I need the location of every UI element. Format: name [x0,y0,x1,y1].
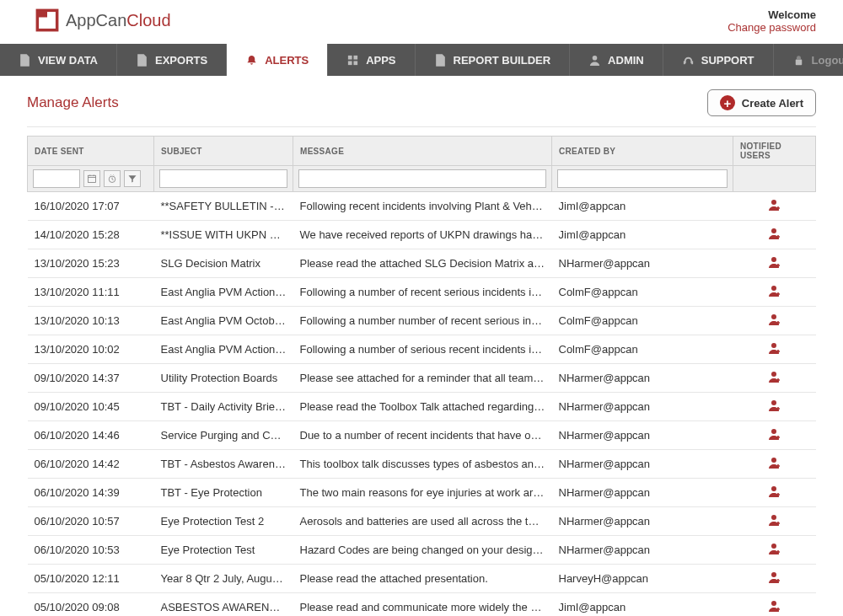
nav-view-data[interactable]: VIEW DATA [0,44,117,76]
nav-exports[interactable]: EXPORTS [117,44,227,76]
cell-message: Aerosols and batteries are used all acro… [293,507,552,536]
cell-date: 09/10/2020 10:45 [28,393,154,421]
grid-icon [346,54,359,67]
svg-rect-12 [89,175,96,182]
svg-rect-2 [348,55,352,59]
cell-subject: TBT - Asbestos Awareness [154,450,293,479]
notified-users-icon[interactable] [768,345,781,357]
cell-message: Following a number of serious recent inc… [293,335,552,364]
cell-subject: East Anglia PVM October … [154,307,293,335]
notified-users-icon[interactable] [768,201,781,214]
notified-users-icon[interactable] [768,488,781,501]
plus-icon: + [720,95,735,110]
table-row[interactable]: 16/10/2020 17:07**SAFETY BULLETIN - P…Fo… [28,192,816,221]
nav-admin[interactable]: ADMIN [570,44,663,76]
cell-message: Please read the attached SLG Decision Ma… [293,249,552,278]
notified-users-icon[interactable] [768,259,781,271]
svg-rect-7 [440,58,442,63]
svg-rect-1 [37,10,47,17]
notified-users-icon[interactable] [768,459,781,472]
cell-subject: East Anglia PVM Action Plan [154,278,293,307]
table-row[interactable]: 13/10/2020 10:13East Anglia PVM October … [28,307,816,335]
table-row[interactable]: 06/10/2020 14:39TBT - Eye ProtectionThe … [28,479,816,507]
notified-users-icon[interactable] [768,230,781,243]
nav-label: REPORT BUILDER [454,54,551,67]
nav-report-builder[interactable]: REPORT BUILDER [416,44,571,76]
table-row[interactable]: 06/10/2020 10:57Eye Protection Test 2Aer… [28,507,816,536]
cell-created-by: ColmF@appcan [552,335,733,364]
svg-point-22 [771,429,776,434]
nav-apps[interactable]: APPS [328,44,415,76]
clock-icon[interactable] [104,170,121,187]
notified-users-icon[interactable] [768,431,781,443]
table-row[interactable]: 06/10/2020 10:53Eye Protection TestHazar… [28,536,816,565]
table-row[interactable]: 09/10/2020 14:37Utility Protection Board… [28,364,816,393]
report-icon [434,54,447,67]
table-row[interactable]: 05/10/2020 09:08ASBESTOS AWARENES…Please… [28,593,816,617]
svg-point-26 [771,544,776,549]
col-message[interactable]: MESSAGE [293,137,552,166]
col-subject[interactable]: SUBJECT [154,137,293,166]
welcome-text: Welcome [728,8,816,21]
table-row[interactable]: 14/10/2020 15:28**ISSUE WITH UKPN EL…We … [28,221,816,249]
col-notified-users[interactable]: NOTIFIED USERS [733,137,816,166]
cell-created-by: HarveyH@appcan [552,565,733,593]
notified-users-icon[interactable] [768,316,781,329]
nav-label: ADMIN [608,54,644,67]
cell-message: Due to a number of recent incidents that… [293,421,552,450]
notified-users-icon[interactable] [768,402,781,415]
main-nav: VIEW DATA EXPORTS ALERTS APPS REPORT BUI… [0,44,843,76]
cell-subject: SLG Decision Matrix [154,249,293,278]
svg-rect-6 [438,60,439,63]
cell-message: Hazard Codes are being changed on your d… [293,536,552,565]
table-row[interactable]: 13/10/2020 15:23SLG Decision MatrixPleas… [28,249,816,278]
filter-icon[interactable] [124,170,141,187]
col-date-sent[interactable]: DATE SENT [28,137,154,166]
nav-alerts[interactable]: ALERTS [227,44,328,76]
svg-rect-9 [684,61,685,64]
table-row[interactable]: 06/10/2020 14:42TBT - Asbestos Awareness… [28,450,816,479]
cell-created-by: JimI@appcan [552,221,733,249]
svg-point-15 [771,228,776,233]
table-row[interactable]: 13/10/2020 10:02East Anglia PVM Action P… [28,335,816,364]
notified-users-icon[interactable] [768,373,781,386]
table-row[interactable]: 06/10/2020 14:46Service Purging and Com…… [28,421,816,450]
table-row[interactable]: 05/10/2020 12:11Year 8 Qtr 2 July, Augus… [28,565,816,593]
button-label: Create Alert [742,97,803,110]
cell-date: 13/10/2020 15:23 [28,249,154,278]
filter-createdby-input[interactable] [557,169,728,188]
notified-users-icon[interactable] [768,287,781,300]
svg-point-16 [771,257,776,262]
filter-message-input[interactable] [298,169,546,188]
cell-date: 14/10/2020 15:28 [28,221,154,249]
cell-message: This toolbox talk discusses types of asb… [293,450,552,479]
change-password-link[interactable]: Change password [728,21,816,34]
cell-subject: Utility Protection Boards [154,364,293,393]
cell-date: 09/10/2020 14:37 [28,364,154,393]
nav-label: ALERTS [265,54,309,67]
svg-point-14 [771,200,776,205]
cell-message: Please read the attached presentation. [293,565,552,593]
notified-users-icon[interactable] [768,517,781,529]
filter-subject-input[interactable] [159,169,287,188]
cell-subject: ASBESTOS AWARENES… [154,593,293,617]
notified-users-icon[interactable] [768,574,781,587]
cell-date: 06/10/2020 10:53 [28,536,154,565]
table-row[interactable]: 09/10/2020 10:45TBT - Daily Activity Bri… [28,393,816,421]
cell-message: Please read the Toolbox Talk attached re… [293,393,552,421]
create-alert-button[interactable]: + Create Alert [707,89,816,116]
table-row[interactable]: 13/10/2020 11:11East Anglia PVM Action P… [28,278,816,307]
cell-created-by: NHarmer@appcan [552,249,733,278]
filter-date-input[interactable] [33,169,80,188]
col-created-by[interactable]: CREATED BY [552,137,733,166]
notified-users-icon[interactable] [768,603,781,615]
nav-logout[interactable]: Logout [774,44,843,76]
nav-label: APPS [366,54,395,67]
cell-message: We have received reports of UKPN drawing… [293,221,552,249]
svg-point-24 [771,486,776,491]
notified-users-icon[interactable] [768,545,781,558]
svg-point-20 [771,372,776,377]
brand-logo[interactable]: AppCanCloud [35,8,171,32]
calendar-icon[interactable] [83,170,100,187]
nav-support[interactable]: SUPPORT [663,44,774,76]
